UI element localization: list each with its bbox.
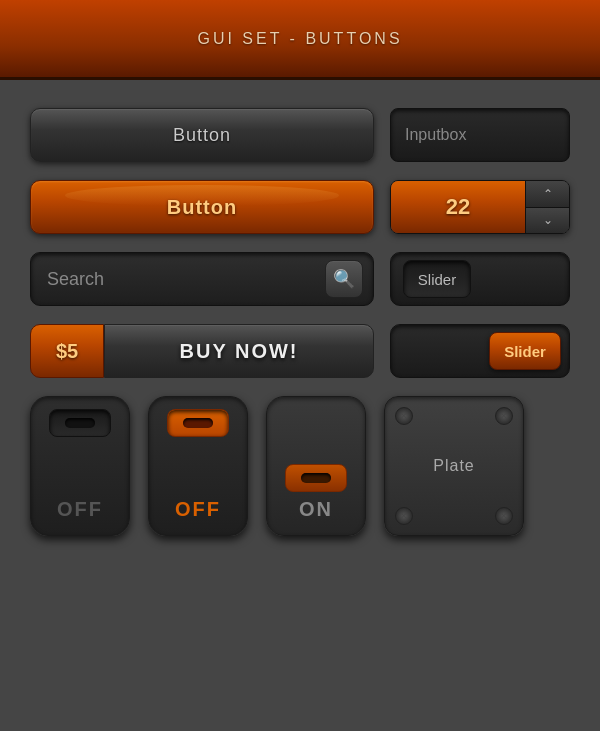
buy-now-group: $5 BUY NOW! (30, 324, 374, 378)
slider-knob[interactable]: Slider (403, 260, 471, 298)
toggle-on-label: ON (299, 498, 333, 521)
inputbox[interactable]: Inputbox (390, 108, 570, 162)
plate: Plate (384, 396, 524, 536)
search-button[interactable]: 🔍 (325, 260, 363, 298)
screw-br (495, 507, 513, 525)
screw-tr (495, 407, 513, 425)
spinner-value: 22 (391, 181, 525, 233)
spinner-buttons: ⌃ ⌄ (525, 181, 569, 233)
toggle-handle-off-dark (49, 409, 111, 437)
toggle-off-dark-label: OFF (57, 498, 103, 521)
search-field[interactable]: Search 🔍 (30, 252, 374, 306)
screw-bl (395, 507, 413, 525)
slider-knob-orange[interactable]: Slider (489, 332, 561, 370)
row-2: Button 22 ⌃ ⌄ (30, 180, 570, 234)
spinner-up-button[interactable]: ⌃ (525, 181, 569, 208)
buy-now-button[interactable]: BUY NOW! (104, 324, 374, 378)
slider-label: Slider (418, 271, 456, 288)
toggle-handle-off-orange (167, 409, 229, 437)
toggle-slot-3 (301, 473, 331, 483)
slider-field-orange[interactable]: Slider (390, 324, 570, 378)
orange-button[interactable]: Button (30, 180, 374, 234)
search-icon: 🔍 (333, 268, 355, 290)
toggle-off-orange-label: OFF (175, 498, 221, 521)
toggle-on[interactable]: ON (266, 396, 366, 536)
slider-field[interactable]: Slider (390, 252, 570, 306)
toggle-off-dark[interactable]: OFF (30, 396, 130, 536)
plate-label: Plate (433, 457, 474, 475)
toggle-off-orange[interactable]: OFF (148, 396, 248, 536)
header: GUI SET - BUTTONS (0, 0, 600, 80)
toggle-slot (65, 418, 95, 428)
toggle-handle-on (285, 464, 347, 492)
slider-orange-label: Slider (504, 343, 546, 360)
screw-tl (395, 407, 413, 425)
dark-button[interactable]: Button (30, 108, 374, 162)
price-tag[interactable]: $5 (30, 324, 104, 378)
spinner: 22 ⌃ ⌄ (390, 180, 570, 234)
header-title: GUI SET - BUTTONS (197, 30, 402, 48)
row-1: Button Inputbox (30, 108, 570, 162)
row-3: Search 🔍 Slider (30, 252, 570, 306)
spinner-down-button[interactable]: ⌄ (525, 208, 569, 234)
toggles-row: OFF OFF ON Plate (30, 396, 570, 536)
toggle-slot-2 (183, 418, 213, 428)
search-placeholder: Search (47, 269, 325, 290)
main-content: Button Inputbox Button 22 ⌃ ⌄ Search 🔍 (0, 80, 600, 731)
